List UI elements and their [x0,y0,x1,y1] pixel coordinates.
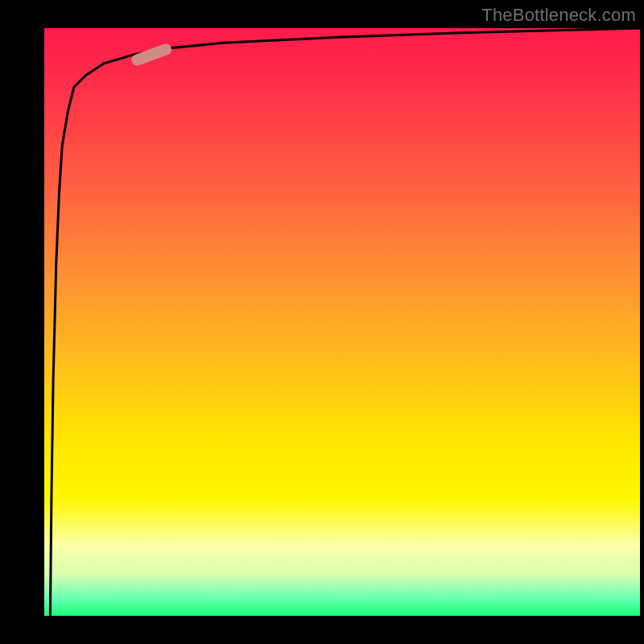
svg-rect-0 [130,42,172,67]
capsule-marker [130,42,172,67]
performance-curve [50,28,640,616]
attribution-text: TheBottleneck.com [481,5,636,26]
chart-frame: TheBottleneck.com [0,0,644,644]
plot-overlay [44,28,640,616]
plot-area [44,28,640,616]
